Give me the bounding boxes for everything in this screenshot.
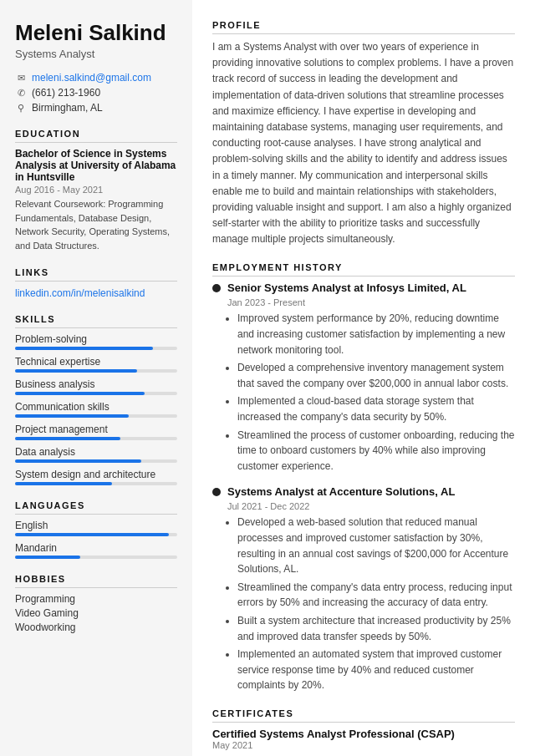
languages-list: English Mandarin (15, 520, 177, 559)
job-bullet: Improved system performance by 20%, redu… (237, 311, 515, 358)
skills-list: Problem-solving Technical expertise Busi… (15, 333, 177, 485)
skill-item: Data analysis (15, 446, 177, 463)
skill-bar-fill (15, 369, 137, 373)
right-panel: PROFILE I am a Systems Analyst with over… (192, 0, 535, 756)
education-section-title: EDUCATION (15, 129, 177, 143)
skill-bar-fill (15, 347, 153, 350)
skill-name: Problem-solving (15, 333, 177, 345)
language-name: English (15, 520, 177, 531)
location-icon: ⚲ (15, 103, 27, 114)
job-item: Senior Systems Analyst at Infosys Limite… (212, 282, 515, 474)
contact-email: ✉ meleni.salkind@gmail.com (15, 72, 177, 84)
skill-item: Problem-solving (15, 333, 177, 350)
skill-bar-fill (15, 414, 129, 418)
linkedin-link[interactable]: linkedin.com/in/melenisalkind (15, 287, 145, 299)
candidate-name: Meleni Salkind (15, 20, 177, 46)
profile-section-title: PROFILE (212, 20, 515, 34)
language-bar-fill (15, 533, 169, 536)
skills-section-title: SKILLS (15, 314, 177, 328)
job-bullet: Streamlined the company's data entry pro… (237, 580, 515, 611)
job-bullets: Developed a web-based solution that redu… (227, 515, 515, 693)
skill-name: Data analysis (15, 446, 177, 458)
language-bar-bg (15, 533, 177, 536)
job-bullet: Built a system architecture that increas… (237, 613, 515, 644)
education-description: Relevant Coursework: Programming Fundame… (15, 197, 177, 252)
employment-section-title: EMPLOYMENT HISTORY (212, 262, 515, 277)
languages-section-title: LANGUAGES (15, 500, 177, 515)
job-dates: Jul 2021 - Dec 2022 (227, 501, 515, 511)
employment-list: Senior Systems Analyst at Infosys Limite… (212, 282, 515, 693)
job-item: Systems Analyst at Accenture Solutions, … (212, 485, 515, 693)
skill-name: Communication skills (15, 401, 177, 413)
skill-name: Business analysis (15, 378, 177, 390)
language-item: English (15, 520, 177, 536)
contact-location: ⚲ Birmingham, AL (15, 102, 177, 114)
language-bar-bg (15, 556, 177, 559)
skill-bar-fill (15, 482, 112, 485)
education-degree: Bachelor of Science in Systems Analysis … (15, 148, 177, 183)
job-title-text: Systems Analyst at Accenture Solutions, … (227, 485, 455, 498)
skill-bar-bg (15, 369, 177, 373)
skill-name: System design and architecture (15, 469, 177, 480)
skill-bar-bg (15, 347, 177, 350)
certificate-name: Certified Systems Analyst Professional (… (212, 728, 515, 740)
skill-item: Communication skills (15, 401, 177, 418)
location-text: Birmingham, AL (32, 102, 103, 114)
profile-section: PROFILE I am a Systems Analyst with over… (212, 20, 515, 247)
job-dot (212, 488, 221, 496)
certificates-section: CERTIFICATES Certified Systems Analyst P… (212, 708, 515, 756)
resume-container: Meleni Salkind Systems Analyst ✉ meleni.… (0, 0, 535, 756)
skill-name: Technical expertise (15, 356, 177, 368)
email-link[interactable]: meleni.salkind@gmail.com (32, 72, 151, 84)
job-bullet: Developed a comprehensive inventory mana… (237, 360, 515, 391)
certificate-date: May 2021 (212, 740, 515, 750)
job-bullet: Implemented a cloud-based data storage s… (237, 393, 515, 424)
job-bullet: Developed a web-based solution that redu… (237, 515, 515, 576)
job-title-text: Senior Systems Analyst at Infosys Limite… (227, 282, 466, 294)
job-bullet: Implemented an automated system that imp… (237, 647, 515, 693)
job-bullet: Streamlined the process of customer onbo… (237, 428, 515, 474)
job-dot (212, 284, 221, 292)
skill-bar-bg (15, 414, 177, 418)
email-icon: ✉ (15, 73, 27, 84)
certificate-item: Certified Systems Analyst Professional (… (212, 728, 515, 750)
linkedin-link-container: linkedin.com/in/melenisalkind (15, 287, 177, 299)
skill-bar-bg (15, 437, 177, 440)
certificates-list: Certified Systems Analyst Professional (… (212, 728, 515, 756)
profile-text: I am a Systems Analyst with over two yea… (212, 39, 515, 247)
skill-bar-bg (15, 459, 177, 463)
skill-bar-fill (15, 459, 141, 463)
language-name: Mandarin (15, 542, 177, 554)
skill-item: Business analysis (15, 378, 177, 395)
phone-icon: ✆ (15, 88, 27, 99)
skill-item: Project management (15, 424, 177, 440)
left-panel: Meleni Salkind Systems Analyst ✉ meleni.… (0, 0, 192, 756)
hobbies-list: ProgrammingVideo GamingWoodworking (15, 593, 177, 633)
contact-phone: ✆ (661) 213-1960 (15, 87, 177, 99)
job-dates: Jan 2023 - Present (227, 297, 515, 307)
hobby-item: Programming (15, 593, 177, 605)
language-bar-fill (15, 556, 80, 559)
skill-name: Project management (15, 424, 177, 435)
skill-item: System design and architecture (15, 469, 177, 485)
links-section-title: LINKS (15, 267, 177, 282)
hobby-item: Video Gaming (15, 607, 177, 619)
employment-section: EMPLOYMENT HISTORY Senior Systems Analys… (212, 262, 515, 693)
job-header: Systems Analyst at Accenture Solutions, … (212, 485, 515, 498)
skill-bar-fill (15, 392, 145, 395)
job-header: Senior Systems Analyst at Infosys Limite… (212, 282, 515, 294)
job-bullets: Improved system performance by 20%, redu… (227, 311, 515, 474)
skill-bar-bg (15, 392, 177, 395)
candidate-job-title: Systems Analyst (15, 48, 177, 60)
hobbies-section-title: HOBBIES (15, 574, 177, 588)
skill-bar-fill (15, 437, 120, 440)
language-item: Mandarin (15, 542, 177, 559)
education-dates: Aug 2016 - May 2021 (15, 185, 177, 195)
certificates-section-title: CERTIFICATES (212, 708, 515, 723)
skill-bar-bg (15, 482, 177, 485)
skill-item: Technical expertise (15, 356, 177, 373)
phone-text: (661) 213-1960 (32, 87, 100, 99)
hobby-item: Woodworking (15, 622, 177, 633)
